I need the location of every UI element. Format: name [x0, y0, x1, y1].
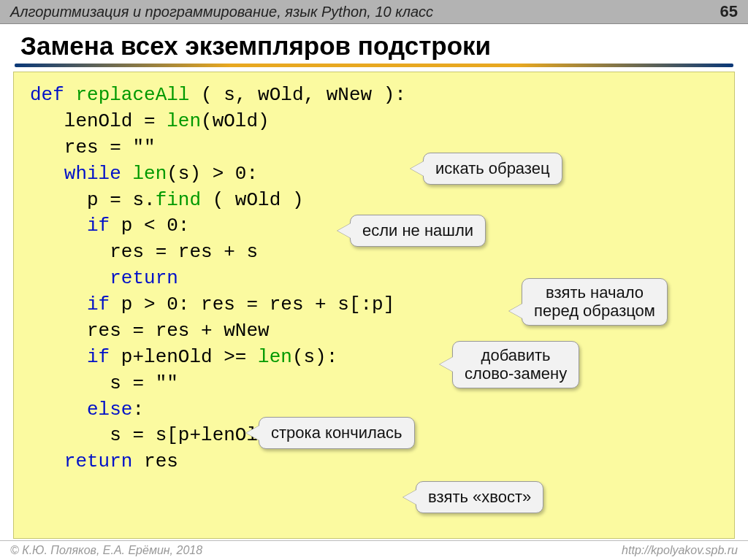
code-line: s = ""	[30, 371, 721, 397]
callout-take-tail: взять «хвост»	[416, 481, 543, 513]
copyright: © К.Ю. Поляков, Е.А. Ерёмин, 2018	[10, 544, 202, 557]
code-line: while len(s) > 0:	[30, 161, 721, 188]
code-line: lenOld = len(wOld)	[30, 109, 721, 135]
code-line: p = s.find ( wOld )	[30, 188, 721, 214]
page-number: 65	[720, 2, 738, 21]
code-block: def replaceAll ( s, wOld, wNew ): lenOld…	[13, 72, 735, 539]
footer: © К.Ю. Поляков, Е.А. Ерёмин, 2018 http:/…	[0, 540, 748, 560]
code-line: return res	[30, 449, 721, 475]
callout-not-found: если не нашли	[350, 215, 486, 247]
footer-url: http://kpolyakov.spb.ru	[622, 544, 738, 557]
code-line: if p+lenOld >= len(s):	[30, 345, 721, 371]
callout-search-sample: искать образец	[423, 153, 562, 185]
code-line: def replaceAll ( s, wOld, wNew ):	[30, 83, 721, 109]
code-line: res = ""	[30, 135, 721, 161]
page-title: Замена всех экземпляров подстроки	[0, 24, 748, 64]
callout-add-replacement: добавить слово-замену	[452, 341, 579, 388]
callout-string-ended: строка кончилась	[259, 417, 415, 449]
course-title: Алгоритмизация и программирование, язык …	[10, 4, 433, 20]
callout-take-prefix: взять начало перед образцом	[522, 278, 668, 326]
header-bar: Алгоритмизация и программирование, язык …	[0, 0, 748, 24]
title-underline	[15, 64, 733, 67]
